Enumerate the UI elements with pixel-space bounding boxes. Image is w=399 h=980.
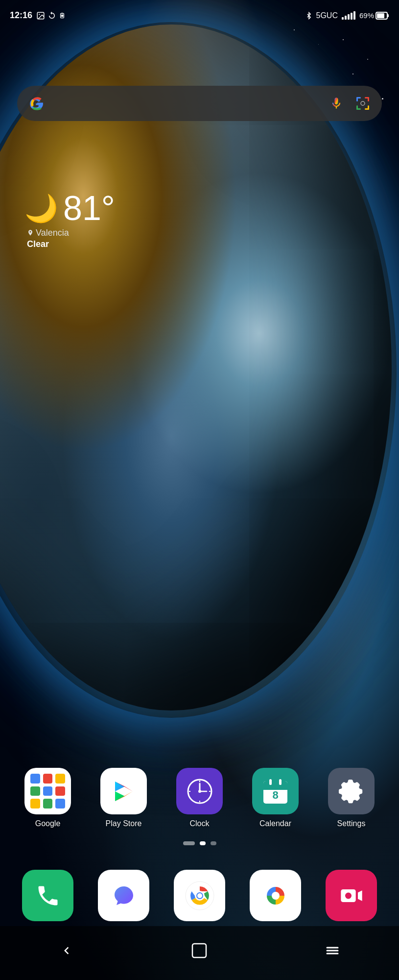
weather-widget[interactable]: 🌙 81° Valencia Clear — [24, 191, 115, 249]
weather-icon: 🌙 — [24, 195, 58, 222]
weather-location: Valencia — [27, 228, 115, 238]
app-item-settings[interactable]: Settings — [322, 768, 381, 828]
svg-point-35 — [197, 893, 202, 898]
svg-rect-10 — [356, 97, 358, 101]
calendar-app-label: Calendar — [259, 819, 291, 828]
rotate-icon — [47, 11, 56, 20]
google-dot-8 — [43, 799, 53, 808]
dock-item-photos[interactable] — [250, 870, 301, 921]
google-lens-icon — [355, 96, 370, 111]
play-store-icon-wrapper — [100, 768, 147, 814]
dock-item-chrome[interactable] — [174, 870, 225, 921]
play-store-app-label: Play Store — [106, 819, 142, 828]
google-dot-6 — [55, 786, 65, 796]
dock-item-screen-recorder[interactable] — [326, 870, 377, 921]
chrome-icon — [185, 881, 215, 911]
signal-bars — [342, 11, 355, 20]
svg-point-1 — [39, 14, 40, 15]
screen-recorder-icon — [339, 883, 364, 908]
clock-face-icon — [185, 777, 214, 806]
dock-item-messages[interactable] — [98, 870, 149, 921]
google-dot-2 — [43, 774, 53, 784]
battery-small-icon — [59, 11, 66, 20]
svg-point-17 — [361, 101, 365, 105]
recents-button[interactable] — [313, 938, 352, 963]
weather-main: 🌙 81° — [24, 191, 115, 225]
settings-icon-wrapper — [328, 768, 375, 814]
status-right: 5GUC 69% — [305, 11, 389, 20]
google-dot-1 — [30, 774, 40, 784]
svg-text:8: 8 — [272, 789, 278, 801]
svg-point-39 — [345, 892, 352, 899]
dock-item-phone[interactable] — [22, 870, 73, 921]
app-item-google[interactable]: Google — [19, 768, 77, 828]
svg-rect-40 — [192, 944, 206, 957]
svg-rect-4 — [61, 14, 64, 17]
google-logo: G — [27, 93, 47, 114]
app-item-play-store[interactable]: Play Store — [94, 768, 153, 828]
photos-icon — [261, 881, 290, 910]
back-button[interactable] — [47, 938, 86, 963]
google-dot-4 — [30, 786, 40, 796]
svg-rect-7 — [377, 13, 384, 18]
network-type: 5GUC — [316, 11, 338, 20]
weather-details: Valencia Clear — [24, 228, 115, 249]
google-dot-5 — [43, 786, 53, 796]
play-triangle-icon — [110, 778, 138, 805]
home-button[interactable] — [180, 938, 219, 963]
gallery-icon — [36, 11, 45, 20]
svg-rect-14 — [356, 105, 358, 110]
google-dot-9 — [55, 799, 65, 808]
lens-button[interactable] — [353, 94, 372, 113]
svg-rect-16 — [368, 105, 369, 110]
battery-percentage: 69% — [359, 11, 374, 20]
svg-rect-12 — [368, 97, 369, 101]
app-item-clock[interactable]: Clock — [170, 768, 229, 828]
location-name: Valencia — [36, 228, 69, 238]
google-app-icon-wrapper — [24, 768, 71, 814]
messages-icon — [110, 882, 138, 910]
clock-app-icon — [176, 768, 223, 814]
google-dot-3 — [55, 774, 65, 784]
google-app-label: Google — [35, 819, 61, 828]
battery-container: 69% — [359, 11, 389, 20]
calendar-face-icon: 8 — [259, 775, 291, 807]
bluetooth-icon — [305, 11, 312, 20]
page-indicators — [0, 841, 399, 845]
notification-icons — [36, 11, 66, 20]
status-left: 12:16 — [10, 10, 66, 21]
settings-app-label: Settings — [337, 819, 366, 828]
stars-background — [0, 0, 399, 980]
dock — [10, 870, 389, 921]
svg-rect-6 — [388, 14, 389, 17]
calendar-icon-wrapper: 8 — [252, 768, 299, 814]
svg-rect-31 — [279, 779, 282, 785]
status-bar: 12:16 5GUC — [0, 0, 399, 27]
svg-rect-30 — [269, 779, 272, 785]
search-action-icons — [327, 94, 372, 113]
mic-icon — [329, 97, 343, 110]
gear-icon — [337, 777, 366, 806]
svg-point-36 — [272, 892, 280, 900]
time: 12:16 — [10, 10, 32, 21]
google-app-icon — [24, 768, 71, 814]
mic-button[interactable] — [327, 94, 346, 113]
svg-marker-38 — [358, 890, 362, 901]
svg-rect-3 — [61, 13, 63, 14]
app-grid: Google — [0, 768, 399, 828]
play-store-icon — [100, 768, 147, 814]
search-bar[interactable]: G — [17, 86, 382, 121]
nav-bar — [0, 926, 399, 980]
calendar-app-icon: 8 — [252, 768, 299, 814]
phone-icon — [35, 883, 61, 908]
location-pin-icon — [27, 229, 34, 237]
settings-app-icon — [328, 768, 375, 814]
page-dot-inactive — [211, 841, 216, 845]
clock-app-label: Clock — [189, 819, 209, 828]
page-dot-active — [200, 841, 206, 845]
temperature: 81° — [63, 191, 115, 225]
weather-condition: Clear — [27, 239, 115, 249]
app-item-calendar[interactable]: 8 Calendar — [246, 768, 305, 828]
clock-icon-wrapper — [176, 768, 223, 814]
app-row: Google — [10, 768, 389, 828]
